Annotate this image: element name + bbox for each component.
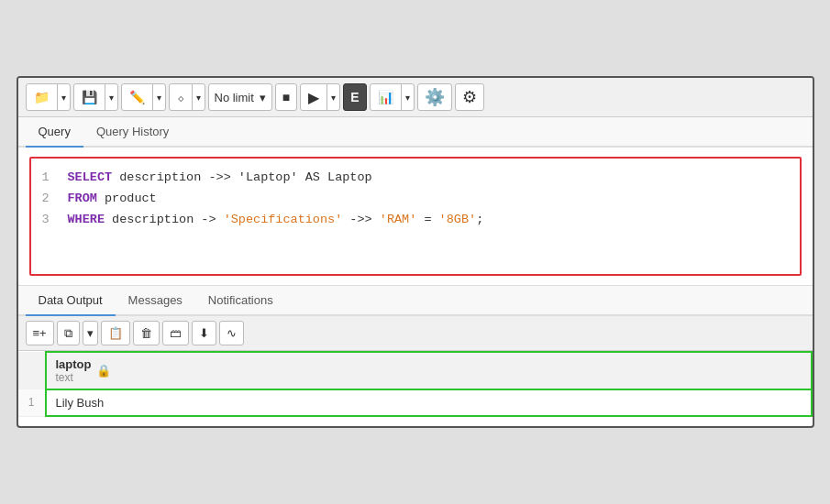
db-save-btn[interactable]: 🗃 [162, 321, 189, 345]
line-2-content: FROM product [68, 189, 157, 210]
result-table: laptop text 🔒 1 Lily Bush [18, 351, 813, 417]
edit-split[interactable]: ✏️ ▾ [121, 83, 166, 111]
data-output-section: laptop text 🔒 1 Lily Bush [18, 351, 813, 426]
output-tabs: Data Output Messages Notifications [18, 285, 813, 316]
col-type-laptop: text [56, 371, 92, 384]
chart-split[interactable]: 📊 ▾ [370, 83, 415, 111]
edit-btn[interactable]: ✏️ [122, 84, 152, 110]
code-line-1: 1 SELECT description ->> 'Laptop' AS Lap… [42, 168, 789, 189]
no-limit-dropdown[interactable]: No limit ▾ [208, 83, 272, 111]
line-1-rest: description ->> 'Laptop' AS Laptop [112, 170, 372, 184]
code-line-2: 2 FROM product [42, 189, 789, 210]
chart-out-btn[interactable]: ∿ [219, 321, 244, 345]
line-num-3: 3 [42, 210, 57, 231]
table-row: 1 Lily Bush [18, 389, 812, 416]
save-btn[interactable]: 💾 [74, 84, 105, 110]
line-num-2: 2 [42, 189, 57, 210]
filter-split[interactable]: ⬦ ▾ [169, 83, 205, 111]
tab-query[interactable]: Query [26, 117, 83, 148]
save-split[interactable]: 💾 ▾ [73, 83, 118, 111]
cell-laptop-1: Lily Bush [46, 389, 812, 416]
row-num-1: 1 [18, 389, 46, 416]
copy-btn[interactable]: ⧉ [57, 321, 80, 345]
filter-dropdown-arrow[interactable]: ▾ [192, 84, 205, 110]
paste-btn[interactable]: 📋 [101, 321, 130, 345]
chart-btn[interactable]: 📊 [371, 84, 401, 110]
col-name-laptop: laptop [56, 357, 92, 371]
stop-btn[interactable]: ■ [275, 83, 297, 111]
toolbar: 📁 ▾ 💾 ▾ ✏️ ▾ ⬦ ▾ No limit ▾ ■ ▶ ▾ E 📊 ▾ … [18, 78, 813, 117]
keyword-select: SELECT [68, 170, 113, 184]
delete-btn[interactable]: 🗑 [133, 321, 160, 345]
extra-btn[interactable]: ⚙ [455, 83, 484, 111]
edit-dropdown-arrow[interactable]: ▾ [152, 84, 165, 110]
line-num-1: 1 [42, 168, 57, 189]
run-dropdown-arrow[interactable]: ▾ [326, 84, 339, 110]
line-3-semi: ; [476, 213, 483, 226]
row-num-header [18, 352, 46, 389]
line-3-op: ->> [342, 213, 380, 226]
download-btn[interactable]: ⬇ [192, 321, 216, 345]
copy-dropdown-btn[interactable]: ▾ [83, 321, 98, 345]
open-dropdown-arrow[interactable]: ▾ [57, 84, 70, 110]
line-3-str1: 'Specifications' [224, 213, 343, 226]
filter-btn[interactable]: ⬦ [170, 84, 192, 110]
col-header-laptop: laptop text 🔒 [46, 352, 812, 389]
no-limit-arrow: ▾ [260, 91, 266, 104]
explain-btn[interactable]: E [343, 83, 366, 111]
query-editor[interactable]: 1 SELECT description ->> 'Laptop' AS Lap… [29, 157, 802, 276]
tab-notifications[interactable]: Notifications [195, 286, 286, 316]
line-3-plain: description -> [105, 213, 224, 226]
save-dropdown-arrow[interactable]: ▾ [105, 84, 117, 110]
line-3-content: WHERE description -> 'Specifications' ->… [68, 210, 484, 231]
keyword-from: FROM [68, 192, 97, 205]
open-save-split[interactable]: 📁 ▾ [26, 83, 71, 111]
main-window: 📁 ▾ 💾 ▾ ✏️ ▾ ⬦ ▾ No limit ▾ ■ ▶ ▾ E 📊 ▾ … [17, 76, 814, 428]
run-split[interactable]: ▶ ▾ [300, 83, 340, 111]
output-toolbar: ≡+ ⧉ ▾ 📋 🗑 🗃 ⬇ ∿ [18, 316, 813, 351]
no-limit-label: No limit [215, 91, 254, 104]
line-3-str3: '8GB' [439, 213, 477, 226]
line-3-str2: 'RAM' [380, 213, 417, 226]
keyword-where: WHERE [68, 213, 105, 226]
chart-dropdown-arrow[interactable]: ▾ [401, 84, 414, 110]
lock-icon: 🔒 [96, 364, 111, 378]
tab-messages[interactable]: Messages [116, 286, 195, 316]
query-tabs: Query Query History [18, 117, 813, 148]
run-btn[interactable]: ▶ [301, 84, 326, 110]
tab-data-output[interactable]: Data Output [26, 286, 116, 316]
col-header-inner-laptop: laptop text 🔒 [56, 357, 802, 384]
code-line-3: 3 WHERE description -> 'Specifications' … [42, 210, 789, 231]
line-1-content: SELECT description ->> 'Laptop' AS Lapto… [68, 168, 372, 189]
macro-btn[interactable]: ⚙️ [417, 83, 452, 111]
open-folder-btn[interactable]: 📁 [27, 84, 57, 110]
line-2-rest: product [97, 192, 157, 205]
add-row-btn[interactable]: ≡+ [26, 321, 54, 345]
line-3-eq: = [416, 213, 438, 226]
tab-query-history[interactable]: Query History [83, 117, 182, 148]
